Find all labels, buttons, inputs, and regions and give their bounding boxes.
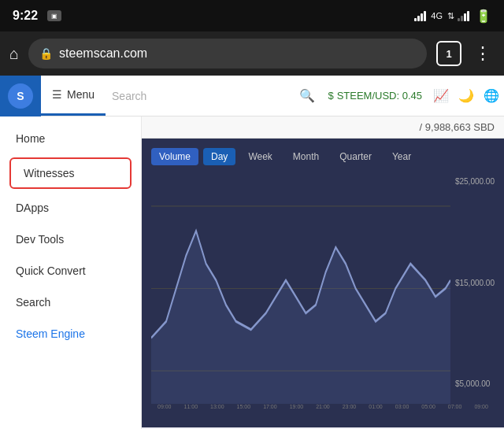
- nav-search-icon[interactable]: 🔍: [293, 88, 321, 103]
- sidebar-item-dapps[interactable]: DApps: [0, 192, 141, 224]
- signal-bars-1: [414, 10, 426, 21]
- tab-button[interactable]: 1: [436, 41, 461, 66]
- sidebar-item-witnesses[interactable]: Witnesses: [9, 157, 132, 189]
- site-logo: S: [8, 83, 33, 109]
- sidebar-item-search[interactable]: Search: [0, 287, 141, 318]
- nav-menu-button[interactable]: ☰ Menu: [41, 76, 106, 116]
- menu-label: Menu: [67, 88, 94, 101]
- chart-svg-area: $25,000.00 $15,000.00 $5,000.00: [151, 173, 495, 404]
- globe-icon[interactable]: 🌐: [479, 88, 504, 103]
- hamburger-icon: ☰: [52, 88, 62, 101]
- sidebar: Home Witnesses DApps Dev Tools Quick Con…: [0, 116, 142, 429]
- address-bar[interactable]: 🔒 steemscan.com: [28, 39, 427, 68]
- status-icons: 4G ⇅ 🔋: [414, 9, 491, 24]
- photo-icon: ▣: [47, 10, 61, 21]
- main-content: S ☰ Menu Search 🔍 $ STEEM/USD: 0.45 📈 🌙 …: [0, 76, 504, 429]
- browser-bar: ⌂ 🔒 steemscan.com 1 ⋮: [0, 31, 504, 76]
- chart-quarter-button[interactable]: Quarter: [332, 148, 380, 165]
- nav-search-bar[interactable]: Search: [106, 90, 293, 102]
- right-content: / 9,988,663 SBD Volume Day Week Month Qu…: [142, 116, 504, 429]
- top-nav: S ☰ Menu Search 🔍 $ STEEM/USD: 0.45 📈 🌙 …: [0, 76, 504, 116]
- steem-price-text: STEEM/USD: 0.45: [337, 90, 422, 102]
- y-axis-labels: $25,000.00 $15,000.00 $5,000.00: [450, 173, 495, 404]
- lte-icon: 4G: [431, 11, 443, 20]
- steem-price: $ STEEM/USD: 0.45: [321, 90, 428, 102]
- sidebar-item-quick-convert[interactable]: Quick Convert: [0, 255, 141, 287]
- y-mid: $15,000.00: [455, 279, 495, 287]
- line-chart: [151, 173, 450, 404]
- svg-marker-3: [151, 231, 450, 404]
- status-bar: 9:22 ▣ 4G ⇅ 🔋: [0, 0, 504, 31]
- chart-month-button[interactable]: Month: [285, 148, 327, 165]
- chart-icon[interactable]: 📈: [428, 88, 454, 103]
- x-axis-labels: 09:00 11:00 13:00 15:00 17:00 19:00 21:0…: [151, 404, 495, 409]
- y-high: $25,000.00: [455, 177, 495, 186]
- sidebar-item-steem-engine[interactable]: Steem Engine: [0, 318, 141, 349]
- y-low: $5,000.00: [455, 379, 495, 388]
- page-area: Home Witnesses DApps Dev Tools Quick Con…: [0, 116, 504, 429]
- chart-volume-button[interactable]: Volume: [151, 148, 198, 165]
- dollar-icon: $: [328, 90, 333, 102]
- chart-day-button[interactable]: Day: [203, 148, 235, 165]
- moon-icon[interactable]: 🌙: [454, 88, 479, 103]
- chart-week-button[interactable]: Week: [240, 148, 280, 165]
- sidebar-item-home[interactable]: Home: [0, 123, 141, 154]
- chart-controls: Volume Day Week Month Quarter Year: [151, 148, 495, 165]
- home-button[interactable]: ⌂: [9, 45, 19, 63]
- status-time: 9:22: [13, 9, 38, 23]
- data-icon: ⇅: [447, 11, 454, 21]
- logo-area: S: [0, 76, 41, 116]
- signal-bars-2: [458, 10, 469, 21]
- chart-container: Volume Day Week Month Quarter Year: [142, 139, 504, 427]
- battery-icon: 🔋: [476, 9, 491, 24]
- lock-icon: 🔒: [39, 47, 53, 60]
- sbd-strip: / 9,988,663 SBD: [142, 116, 504, 139]
- chart-year-button[interactable]: Year: [384, 148, 419, 165]
- url-text: steemscan.com: [59, 46, 147, 61]
- browser-menu-button[interactable]: ⋮: [471, 40, 495, 67]
- sidebar-item-dev-tools[interactable]: Dev Tools: [0, 224, 141, 255]
